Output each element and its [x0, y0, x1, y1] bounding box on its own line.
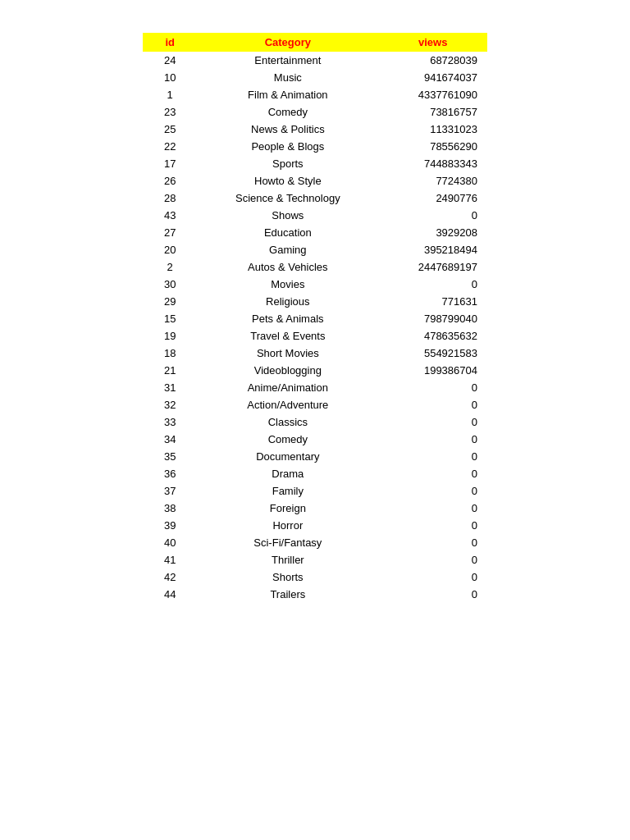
cell-id: 21	[143, 362, 197, 379]
cell-views: 11331023	[378, 121, 487, 138]
cell-views: 0	[378, 551, 487, 568]
cell-id: 30	[143, 276, 197, 293]
cell-views: 0	[378, 448, 487, 465]
cell-id: 20	[143, 241, 197, 258]
cell-id: 28	[143, 189, 197, 207]
cell-views: 7724380	[378, 172, 487, 189]
cell-category: Foreign	[197, 500, 378, 517]
cell-id: 44	[143, 586, 197, 603]
cell-views: 478635632	[378, 327, 487, 345]
cell-category: Religious	[197, 293, 378, 310]
cell-views: 744883343	[378, 155, 487, 172]
cell-id: 32	[143, 396, 197, 413]
cell-category: Action/Adventure	[197, 396, 378, 413]
table-row: 27Education3929208	[143, 224, 487, 241]
cell-category: Shows	[197, 207, 378, 224]
table-row: 40Sci-Fi/Fantasy0	[143, 534, 487, 551]
cell-id: 27	[143, 224, 197, 241]
cell-id: 43	[143, 207, 197, 224]
cell-id: 35	[143, 448, 197, 465]
cell-category: People & Blogs	[197, 138, 378, 155]
table-row: 30Movies0	[143, 276, 487, 293]
cell-id: 42	[143, 568, 197, 586]
table-row: 22People & Blogs78556290	[143, 138, 487, 155]
cell-views: 0	[378, 500, 487, 517]
table-row: 44Trailers0	[143, 586, 487, 603]
cell-views: 0	[378, 413, 487, 431]
cell-category: Comedy	[197, 103, 378, 121]
cell-views: 798799040	[378, 310, 487, 327]
cell-views: 0	[378, 379, 487, 396]
table-row: 37Family0	[143, 482, 487, 500]
cell-id: 26	[143, 172, 197, 189]
cell-category: Film & Animation	[197, 86, 378, 103]
table-row: 17Sports744883343	[143, 155, 487, 172]
cell-id: 1	[143, 86, 197, 103]
cell-views: 0	[378, 465, 487, 482]
cell-id: 41	[143, 551, 197, 568]
table-row: 10Music941674037	[143, 69, 487, 86]
cell-id: 38	[143, 500, 197, 517]
table-row: 26Howto & Style7724380	[143, 172, 487, 189]
cell-views: 0	[378, 517, 487, 534]
table-row: 31Anime/Animation0	[143, 379, 487, 396]
cell-views: 4337761090	[378, 86, 487, 103]
cell-views: 3929208	[378, 224, 487, 241]
cell-id: 34	[143, 431, 197, 448]
cell-views: 199386704	[378, 362, 487, 379]
table-row: 34Comedy0	[143, 431, 487, 448]
cell-category: Shorts	[197, 568, 378, 586]
header-id: id	[143, 33, 197, 52]
cell-views: 0	[378, 276, 487, 293]
table-body: 24Entertainment6872803910Music9416740371…	[143, 52, 487, 603]
cell-category: Drama	[197, 465, 378, 482]
cell-views: 0	[378, 568, 487, 586]
table-row: 1Film & Animation4337761090	[143, 86, 487, 103]
cell-category: Horror	[197, 517, 378, 534]
header-category: Category	[197, 33, 378, 52]
table-row: 19Travel & Events478635632	[143, 327, 487, 345]
table-row: 41Thriller0	[143, 551, 487, 568]
cell-views: 395218494	[378, 241, 487, 258]
cell-id: 10	[143, 69, 197, 86]
cell-views: 68728039	[378, 52, 487, 69]
table-row: 20Gaming395218494	[143, 241, 487, 258]
cell-views: 0	[378, 586, 487, 603]
table-row: 23Comedy73816757	[143, 103, 487, 121]
cell-category: Sci-Fi/Fantasy	[197, 534, 378, 551]
cell-category: Anime/Animation	[197, 379, 378, 396]
cell-views: 554921583	[378, 345, 487, 362]
cell-id: 23	[143, 103, 197, 121]
cell-category: Music	[197, 69, 378, 86]
table-row: 42Shorts0	[143, 568, 487, 586]
cell-category: Short Movies	[197, 345, 378, 362]
table-row: 38Foreign0	[143, 500, 487, 517]
cell-id: 25	[143, 121, 197, 138]
cell-category: Autos & Vehicles	[197, 258, 378, 276]
table-row: 18Short Movies554921583	[143, 345, 487, 362]
table-row: 29Religious771631	[143, 293, 487, 310]
cell-category: Science & Technology	[197, 189, 378, 207]
cell-category: Gaming	[197, 241, 378, 258]
cell-id: 19	[143, 327, 197, 345]
cell-id: 29	[143, 293, 197, 310]
table-row: 15Pets & Animals798799040	[143, 310, 487, 327]
cell-id: 40	[143, 534, 197, 551]
table-row: 33Classics0	[143, 413, 487, 431]
cell-category: Education	[197, 224, 378, 241]
cell-views: 0	[378, 207, 487, 224]
cell-id: 15	[143, 310, 197, 327]
cell-id: 33	[143, 413, 197, 431]
cell-category: Classics	[197, 413, 378, 431]
cell-views: 2490776	[378, 189, 487, 207]
cell-category: Entertainment	[197, 52, 378, 69]
cell-category: Thriller	[197, 551, 378, 568]
cell-id: 24	[143, 52, 197, 69]
cell-id: 17	[143, 155, 197, 172]
cell-category: Comedy	[197, 431, 378, 448]
cell-category: Trailers	[197, 586, 378, 603]
data-table: id Category views 24Entertainment6872803…	[143, 33, 487, 603]
table-row: 39Horror0	[143, 517, 487, 534]
cell-views: 0	[378, 431, 487, 448]
cell-views: 0	[378, 534, 487, 551]
